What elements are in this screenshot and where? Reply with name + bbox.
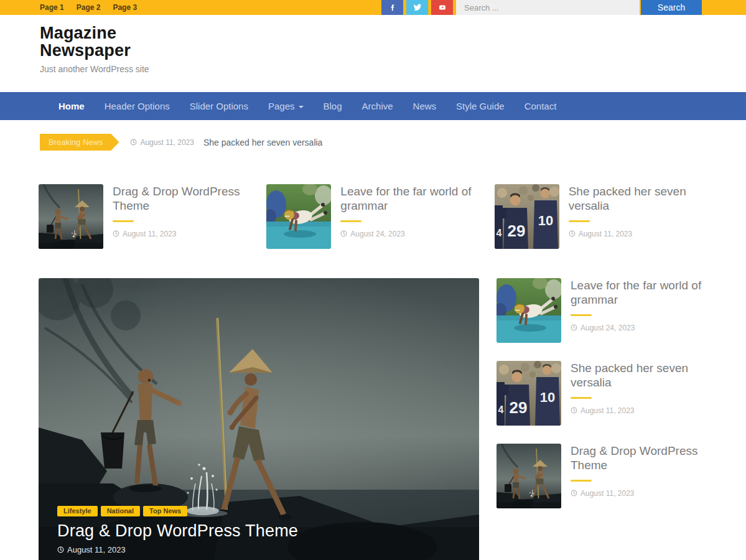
article-date: August 24, 2023: [571, 324, 707, 332]
featured-date-text: August 11, 2023: [67, 545, 126, 554]
nav-item-pages[interactable]: Pages: [258, 92, 314, 120]
list-item: Leave for the far world of grammar Augus…: [497, 278, 707, 343]
nav-item-blog[interactable]: Blog: [314, 92, 352, 120]
nav-item-style-guide[interactable]: Style Guide: [446, 92, 515, 120]
accent-rule: [569, 220, 590, 222]
article-date: August 11, 2023: [569, 230, 707, 238]
featured-date: August 11, 2023: [57, 545, 460, 554]
article-date: August 24, 2023: [340, 230, 479, 238]
article-title[interactable]: Leave for the far world of grammar: [340, 185, 479, 213]
featured-category-badges: Lifestyle National Top News: [57, 506, 460, 516]
topbar-link-page3[interactable]: Page 3: [113, 3, 137, 12]
top-bar: Page 1 Page 2 Page 3 Search: [0, 0, 746, 15]
clock-icon: [571, 490, 577, 497]
topbar-link-page2[interactable]: Page 2: [77, 3, 101, 12]
article-date: August 11, 2023: [113, 230, 251, 238]
site-tagline: Just another WordPress site: [40, 64, 746, 74]
ticker-date-text: August 11, 2023: [140, 138, 194, 147]
article-date-text: August 11, 2023: [580, 489, 635, 498]
topbar-link-page1[interactable]: Page 1: [40, 3, 64, 12]
clock-icon: [340, 230, 347, 237]
category-badge-national[interactable]: National: [101, 506, 140, 516]
twitter-icon: [413, 3, 422, 12]
article-date-text: August 24, 2023: [350, 230, 404, 238]
twitter-link[interactable]: [406, 0, 428, 15]
clock-icon: [130, 139, 137, 146]
article-date-text: August 24, 2023: [580, 324, 635, 332]
list-item: She packed her seven versalia August 11,…: [497, 361, 707, 426]
accent-rule: [113, 220, 134, 222]
clock-icon: [113, 230, 119, 237]
category-badge-lifestyle[interactable]: Lifestyle: [57, 506, 98, 516]
nav-item-pages-label: Pages: [268, 101, 295, 111]
clock-icon: [57, 546, 64, 553]
category-badge-top-news[interactable]: Top News: [143, 506, 187, 516]
site-title[interactable]: Magazine Newspaper: [40, 24, 170, 60]
site-header: Magazine Newspaper Just another WordPres…: [0, 15, 746, 92]
nav-item-header-options[interactable]: Header Options: [95, 92, 180, 120]
nav-item-news[interactable]: News: [403, 92, 447, 120]
nav-item-archive[interactable]: Archive: [352, 92, 403, 120]
topbar-right-group: Search: [381, 0, 702, 15]
article-thumbnail-kids-fishing[interactable]: [497, 444, 561, 508]
article-thumbnail-football-diving[interactable]: [266, 184, 331, 249]
nav-item-slider-options[interactable]: Slider Options: [180, 92, 258, 120]
ticker-date: August 11, 2023: [130, 138, 194, 147]
youtube-link[interactable]: [431, 0, 453, 15]
article-date-text: August 11, 2023: [580, 406, 635, 415]
article-thumbnail-football-diving[interactable]: [497, 278, 561, 343]
clock-icon: [571, 407, 577, 414]
top-cards-row: Drag & Drop WordPress Theme August 11, 2…: [39, 184, 707, 249]
breaking-news-badge: Breaking News: [40, 134, 119, 151]
list-item: Drag & Drop WordPress Theme August 11, 2…: [497, 444, 707, 508]
breaking-news-ticker: Breaking News August 11, 2023 She packed…: [40, 134, 706, 151]
article-thumbnail-football-team[interactable]: [497, 361, 561, 426]
clock-icon: [569, 230, 576, 237]
topbar-page-links: Page 1 Page 2 Page 3: [40, 0, 137, 15]
article-date-text: August 11, 2023: [123, 230, 177, 238]
article-title[interactable]: She packed her seven versalia: [569, 185, 707, 213]
article-card: Drag & Drop WordPress Theme August 11, 2…: [39, 184, 251, 249]
article-date: August 11, 2023: [571, 406, 707, 415]
featured-article[interactable]: Lifestyle National Top News Drag & Drop …: [39, 278, 479, 560]
featured-title[interactable]: Drag & Drop WordPress Theme: [57, 521, 460, 541]
accent-rule: [571, 314, 592, 316]
nav-item-contact[interactable]: Contact: [515, 92, 567, 120]
clock-icon: [571, 324, 577, 331]
article-title[interactable]: Leave for the far world of grammar: [571, 279, 707, 307]
featured-overlay: Lifestyle National Top News Drag & Drop …: [57, 506, 460, 554]
youtube-icon: [438, 3, 447, 12]
main-navigation: Home Header Options Slider Options Pages…: [0, 92, 746, 120]
search-button[interactable]: Search: [641, 0, 702, 15]
accent-rule: [340, 220, 361, 222]
article-title[interactable]: Drag & Drop WordPress Theme: [113, 185, 251, 213]
article-title[interactable]: She packed her seven versalia: [571, 362, 707, 390]
accent-rule: [571, 480, 592, 482]
article-title[interactable]: Drag & Drop WordPress Theme: [571, 444, 707, 473]
article-card: She packed her seven versalia August 11,…: [495, 184, 707, 249]
search-input[interactable]: [456, 0, 640, 15]
article-date: August 11, 2023: [571, 489, 707, 498]
sidebar-article-list: Leave for the far world of grammar Augus…: [497, 278, 707, 560]
article-thumbnail-football-team[interactable]: [495, 184, 559, 249]
facebook-link[interactable]: [381, 0, 403, 15]
nav-item-home[interactable]: Home: [49, 92, 95, 120]
chevron-down-icon: [299, 106, 304, 108]
facebook-icon: [388, 3, 397, 12]
article-thumbnail-kids-fishing[interactable]: [39, 184, 103, 249]
ticker-headline[interactable]: She packed her seven versalia: [203, 138, 322, 147]
article-card: Leave for the far world of grammar Augus…: [266, 184, 479, 249]
accent-rule: [571, 397, 592, 399]
article-date-text: August 11, 2023: [579, 230, 633, 238]
